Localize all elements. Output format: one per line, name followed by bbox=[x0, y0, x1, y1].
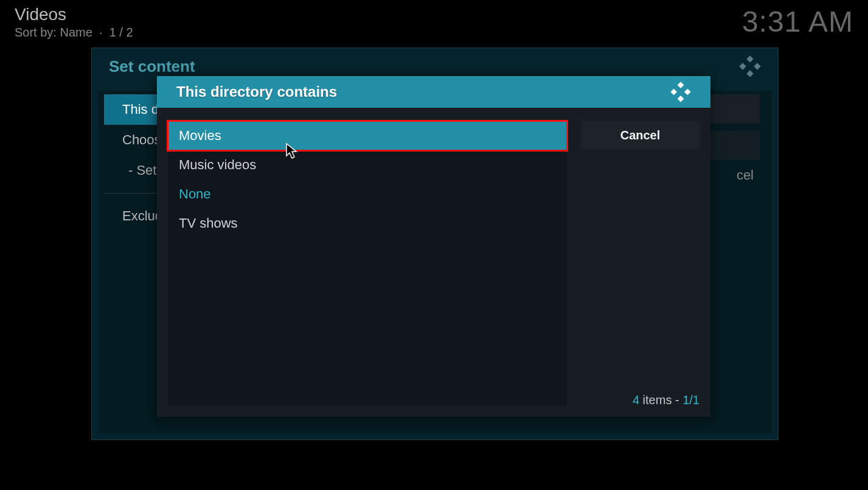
svg-rect-6 bbox=[684, 89, 691, 96]
directory-dialog-footer: 4 items - 1/1 bbox=[633, 393, 700, 407]
top-header-left: Videos Sort by: Name · 1 / 2 bbox=[15, 5, 133, 40]
directory-dialog-header: This directory contains bbox=[157, 76, 710, 108]
svg-rect-7 bbox=[678, 96, 684, 102]
svg-rect-0 bbox=[746, 55, 753, 62]
top-header: Videos Sort by: Name · 1 / 2 3:31 AM bbox=[15, 5, 853, 40]
option-tv-shows[interactable]: TV shows bbox=[168, 209, 567, 238]
svg-rect-2 bbox=[754, 63, 760, 69]
sort-separator: · bbox=[95, 26, 109, 39]
option-movies[interactable]: Movies bbox=[168, 121, 567, 150]
svg-rect-4 bbox=[678, 82, 684, 88]
set-content-title: Set content bbox=[109, 57, 195, 76]
page-indicator: 1 / 2 bbox=[109, 26, 133, 39]
svg-rect-1 bbox=[739, 63, 746, 69]
directory-dialog-title: This directory contains bbox=[176, 83, 337, 100]
option-none[interactable]: None bbox=[168, 180, 567, 209]
sort-and-page: Sort by: Name · 1 / 2 bbox=[15, 26, 133, 40]
kodi-icon bbox=[739, 55, 761, 77]
kodi-icon bbox=[670, 82, 691, 102]
items-label: items - bbox=[639, 393, 682, 407]
section-title: Videos bbox=[15, 5, 133, 24]
svg-rect-3 bbox=[746, 70, 753, 77]
item-count: 4 bbox=[633, 393, 639, 407]
option-music-videos[interactable]: Music videos bbox=[168, 150, 567, 180]
directory-dialog-right: Cancel bbox=[581, 121, 700, 149]
clock: 3:31 AM bbox=[742, 5, 853, 38]
directory-dialog-body: Movies Music videos None TV shows Cancel… bbox=[168, 117, 700, 406]
content-type-list: Movies Music videos None TV shows bbox=[168, 121, 567, 406]
svg-rect-5 bbox=[670, 89, 677, 96]
cancel-button[interactable]: Cancel bbox=[581, 121, 700, 149]
sort-label[interactable]: Sort by: Name bbox=[15, 26, 92, 39]
page-label: 1/1 bbox=[682, 393, 700, 407]
directory-contains-dialog: This directory contains Movies Music vid… bbox=[157, 76, 710, 417]
